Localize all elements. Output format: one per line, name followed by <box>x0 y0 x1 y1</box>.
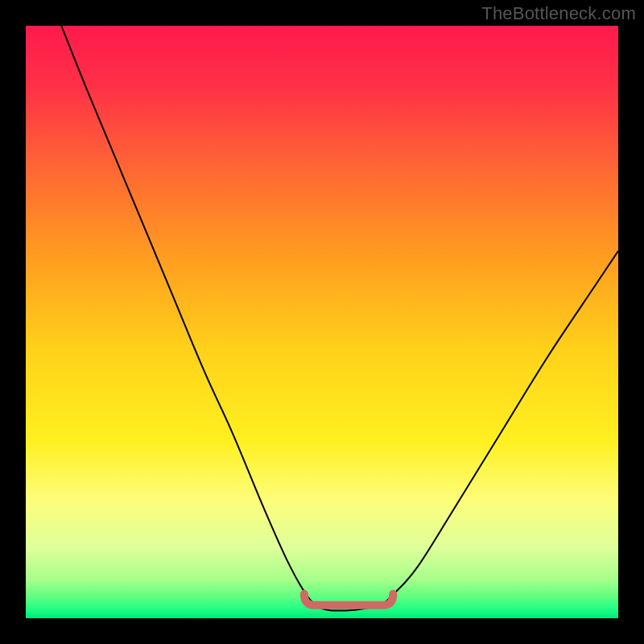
gradient-background <box>26 26 618 618</box>
bottleneck-chart <box>26 26 618 618</box>
plot-area <box>26 26 618 618</box>
watermark-text: TheBottleneck.com <box>481 3 636 24</box>
chart-frame: TheBottleneck.com <box>0 0 644 644</box>
